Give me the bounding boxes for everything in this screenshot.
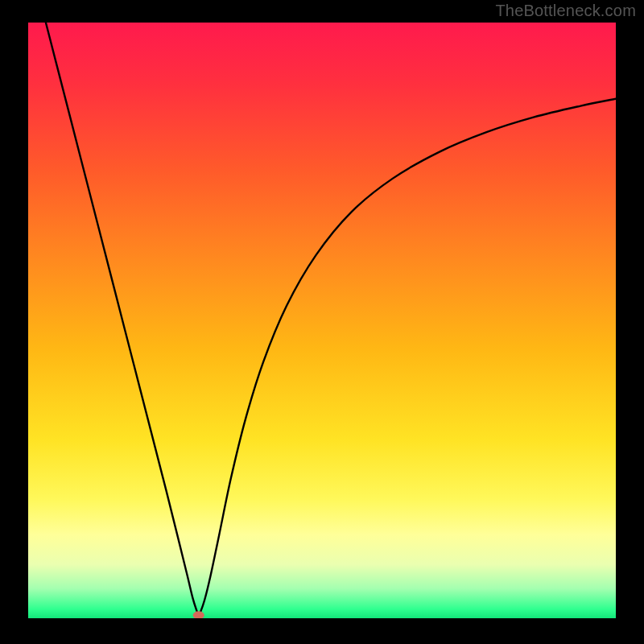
chart-frame: TheBottleneck.com <box>0 0 644 644</box>
watermark-text: TheBottleneck.com <box>495 2 636 20</box>
bottleneck-chart <box>28 23 616 618</box>
plot-area <box>28 23 616 618</box>
gradient-background <box>28 23 616 618</box>
